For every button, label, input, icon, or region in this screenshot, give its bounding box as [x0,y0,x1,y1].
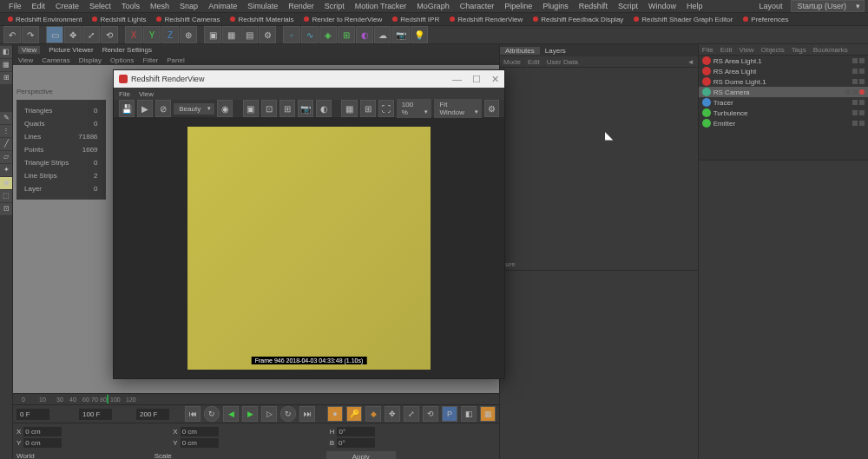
rv-save-icon[interactable]: 💾 [119,100,135,117]
tool-camera[interactable]: 📷 [392,26,410,43]
play-fwd[interactable]: ▶ [242,406,258,422]
rv-grid-icon[interactable]: ⊞ [279,100,295,117]
attr-mode[interactable]: Mode [503,58,521,66]
rv-titlebar[interactable]: Redshift RenderView — ☐ ✕ [114,70,504,88]
obj-row[interactable]: RS Camera [699,87,868,97]
menu-redshift[interactable]: Redshift [574,2,613,10]
tool-environment[interactable]: ☁ [374,26,391,43]
vpm-filter[interactable]: Filter [142,56,158,64]
tab-rs-cameras[interactable]: Redshift Cameras [152,16,224,23]
vp-tab-view[interactable]: View [18,46,40,54]
tab-layers[interactable]: Layers [540,47,571,55]
menu-create[interactable]: Create [50,2,84,10]
tool-x-lock[interactable]: X [125,26,142,43]
attr-edit[interactable]: Edit [528,58,540,66]
menu-tools[interactable]: Tools [116,2,145,10]
rv-expand-icon[interactable]: ⛶ [378,100,394,117]
record[interactable]: ● [327,406,343,422]
attr-nav-back[interactable]: ◄ [687,58,694,66]
rv-zoom-dropdown[interactable]: 100 % [397,99,432,118]
om-objects[interactable]: Objects [761,46,785,54]
obj-row[interactable]: RS Area Light [699,66,868,76]
tab-rs-shadergraph[interactable]: Redshift Shader Graph Editor [629,16,737,23]
rv-crop-icon[interactable]: ⊡ [261,100,277,117]
rv-fit-dropdown[interactable]: Fit Window [434,99,482,118]
ltool-edit[interactable]: ✎ [0,112,12,124]
tool-deformer[interactable]: ◐ [356,26,373,43]
timeline-ruler[interactable]: 0 10 30 40 60 70 80 100 120 [13,393,499,404]
om-edit[interactable]: Edit [720,46,733,54]
menu-help[interactable]: Help [681,2,708,10]
om-file[interactable]: File [702,46,713,54]
vp-tab-picviewer[interactable]: Picture Viewer [49,46,93,54]
rv-region-icon[interactable]: ▣ [243,100,259,117]
menu-snap[interactable]: Snap [174,2,203,10]
coord-x[interactable] [23,427,62,436]
om-tags[interactable]: Tags [792,46,806,54]
loop2[interactable]: ↻ [280,406,296,422]
menu-window[interactable]: Window [643,2,681,10]
size-y[interactable] [181,438,219,448]
tool-redo[interactable]: ↷ [22,26,39,43]
vp-tab-rendersettings[interactable]: Render Settings [102,46,152,54]
menu-simulate[interactable]: Simulate [242,2,283,10]
tab-rs-renderto[interactable]: Render to RenderView [299,16,386,23]
ltool-model[interactable]: ◧ [0,46,12,58]
tool-world[interactable]: ⊕ [180,26,197,43]
menu-file[interactable]: File [3,2,27,10]
tool-move[interactable]: ✥ [64,26,82,43]
menu-mesh[interactable]: Mesh [145,2,174,10]
ltool-edges[interactable]: ╱ [0,138,12,150]
cur-frame[interactable]: 100 F [79,409,112,420]
maximize-button[interactable]: ☐ [472,74,481,85]
tool-cube[interactable]: ▫ [283,26,300,43]
minimize-button[interactable]: — [452,74,462,85]
tab-rs-env[interactable]: Redshift Environment [3,16,86,23]
tab-rs-ipr[interactable]: Redshift IPR [388,16,444,23]
ltool-softsel[interactable]: ◉ [0,177,12,189]
rv-snapshot-icon[interactable]: 📷 [298,100,313,117]
key-scl[interactable]: ⤢ [404,406,419,422]
vpm-view[interactable]: View [18,56,33,64]
menu-plugins[interactable]: Plugins [537,2,574,10]
goto-start[interactable]: ⏮ [185,406,201,422]
key-anim[interactable]: ▦ [480,406,496,422]
key-rot[interactable]: ⟲ [423,406,438,422]
rv-canvas[interactable]: Frame 946 2018-04-03 04:33:48 (1.10s) [114,118,504,378]
tab-rs-renderview[interactable]: Redshift RenderView [445,16,527,23]
tab-rs-lights[interactable]: Redshift Lights [88,16,150,23]
tool-rotate[interactable]: ⟲ [101,26,118,43]
rv-settings-icon[interactable]: ⚙ [484,100,499,117]
end-frame[interactable]: 200 F [136,409,169,420]
menu-animate[interactable]: Animate [203,2,242,10]
tool-select[interactable]: ▭ [46,26,63,43]
tool-array[interactable]: ⊞ [338,26,355,43]
menu-script[interactable]: Script [319,2,350,10]
tab-rs-feedback[interactable]: Redshift Feedback Display [529,16,628,23]
layout-dropdown[interactable]: Startup (User) [791,0,865,12]
tool-light[interactable]: 💡 [411,26,428,43]
rv-stop-icon[interactable]: ⊘ [155,100,171,117]
autokey[interactable]: 🔑 [346,406,362,422]
vpm-panel[interactable]: Panel [167,56,184,64]
rot-h[interactable] [337,427,375,436]
tool-undo[interactable]: ↶ [3,26,21,43]
close-button[interactable]: ✕ [491,74,499,85]
key-pla[interactable]: ◧ [461,406,477,422]
tool-scale[interactable]: ⤢ [82,26,100,43]
tool-spline[interactable]: ∿ [301,26,319,43]
om-view[interactable]: View [739,46,753,54]
menu-script2[interactable]: Script [613,2,643,10]
vpm-display[interactable]: Display [79,56,102,64]
rv-channel-icon[interactable]: ◉ [217,100,233,117]
coord-y[interactable] [23,438,62,448]
tool-render-settings[interactable]: ⚙ [259,26,276,43]
size-mode[interactable]: Scale [155,452,172,459]
tool-y-lock[interactable]: Y [143,26,161,43]
menu-motiontracker[interactable]: Motion Tracker [350,2,412,10]
rv-compare-icon[interactable]: ◐ [316,100,332,117]
size-x[interactable] [181,427,219,436]
attr-userdata[interactable]: User Data [547,58,578,66]
ltool-points[interactable]: ⋮ [0,125,12,137]
tab-rs-materials[interactable]: Redshift Materials [226,16,298,23]
